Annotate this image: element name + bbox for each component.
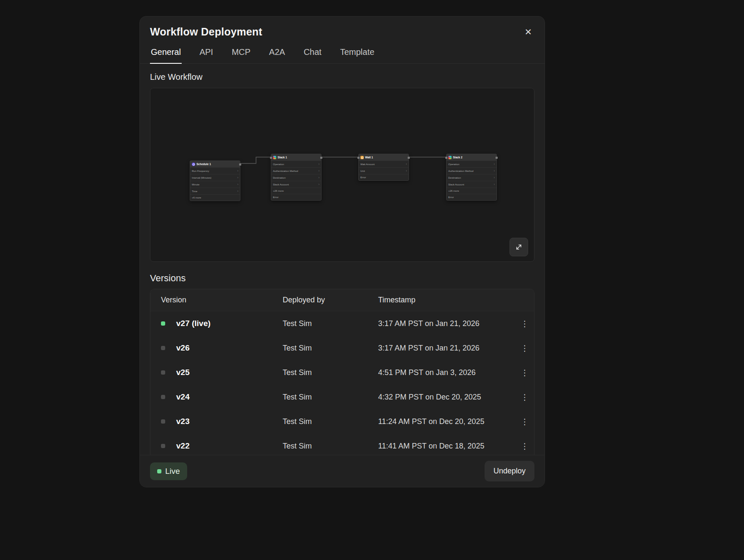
chevron-right-icon: › <box>494 176 495 179</box>
timestamp-cell: 4:51 PM PST on Jan 3, 2026 <box>378 368 515 377</box>
version-cell: v25 <box>176 368 283 377</box>
node-field-label: Authentication Method <box>448 170 474 172</box>
row-menu-icon[interactable]: ⋮ <box>521 418 529 426</box>
version-status-dot <box>161 370 165 375</box>
row-menu-icon[interactable]: ⋮ <box>521 393 529 401</box>
node-field: Run Frequency› <box>190 167 240 174</box>
chevron-right-icon: › <box>319 183 319 186</box>
node-field-label: +26 more <box>448 190 459 192</box>
node-field-label: +6 more <box>192 196 201 199</box>
node-title: Slack 2 <box>453 156 462 159</box>
node-field-label: Run Frequency <box>192 170 209 172</box>
chevron-right-icon: › <box>494 163 495 166</box>
chevron-right-icon: › <box>319 176 319 179</box>
node-field-label: Time <box>192 190 197 193</box>
versions-table: Version Deployed by Timestamp v27 (live)… <box>150 289 534 455</box>
node-field-label: Error <box>273 196 278 198</box>
column-header-timestamp: Timestamp <box>378 296 515 304</box>
workflow-node-slack-2[interactable]: Slack 2 Operation› Authentication Method… <box>446 154 497 201</box>
node-field: Error <box>271 194 321 200</box>
node-header: Slack 1 <box>271 154 321 160</box>
input-port <box>270 157 272 159</box>
node-field: +6 more <box>190 194 240 201</box>
table-row-v27: v27 (live) Test Sim 3:17 AM PST on Jan 2… <box>150 311 534 336</box>
chevron-right-icon: › <box>319 169 319 172</box>
node-field: Destination› <box>271 174 321 181</box>
tab-api[interactable]: API <box>199 42 214 64</box>
deployed-by-cell: Test Sim <box>283 319 378 328</box>
table-row-v26: v26 Test Sim 3:17 AM PST on Jan 21, 2026… <box>150 336 534 360</box>
tab-chat[interactable]: Chat <box>303 42 322 64</box>
workflow-canvas[interactable]: Schedule 1 Run Frequency› Interval (Minu… <box>150 88 534 262</box>
column-header-version: Version <box>161 296 283 304</box>
version-cell: v26 <box>176 343 283 353</box>
deployed-by-cell: Test Sim <box>283 344 378 353</box>
table-row-v24: v24 Test Sim 4:32 PM PST on Dec 20, 2025… <box>150 385 534 409</box>
versions-table-header: Version Deployed by Timestamp <box>150 289 534 311</box>
page-title: Workflow Deployment <box>150 26 262 38</box>
close-icon[interactable]: ✕ <box>523 26 534 38</box>
deployed-by-cell: Test Sim <box>283 442 378 451</box>
node-field-label: Destination <box>273 177 286 179</box>
timestamp-cell: 11:24 AM PST on Dec 20, 2025 <box>378 417 515 426</box>
row-menu-icon[interactable]: ⋮ <box>521 320 529 328</box>
slack-icon <box>448 156 452 159</box>
tab-bar: General API MCP A2A Chat Template <box>140 42 545 64</box>
node-field: Slack Account› <box>271 181 321 188</box>
chevron-right-icon: › <box>237 190 238 193</box>
version-cell: v23 <box>176 417 283 426</box>
undeploy-button[interactable]: Undeploy <box>485 461 534 481</box>
node-field-label: Operation <box>273 163 284 166</box>
workflow-node-schedule-1[interactable]: Schedule 1 Run Frequency› Interval (Minu… <box>190 160 240 201</box>
node-field: +26 more <box>271 188 321 194</box>
node-field: Time› <box>190 188 240 194</box>
status-badge: Live <box>150 462 187 480</box>
node-title: Wait 1 <box>365 156 373 159</box>
row-menu-icon[interactable]: ⋮ <box>521 344 529 352</box>
timestamp-cell: 11:41 AM PST on Dec 18, 2025 <box>378 442 515 451</box>
chevron-right-icon: › <box>237 176 238 179</box>
tab-template[interactable]: Template <box>339 42 375 64</box>
chevron-right-icon: › <box>319 163 319 166</box>
input-port <box>445 157 447 159</box>
node-field: Minute› <box>190 181 240 188</box>
workflow-deployment-modal: Workflow Deployment ✕ General API MCP A2… <box>139 16 545 487</box>
chevron-right-icon: › <box>494 169 495 172</box>
node-header: Slack 2 <box>447 154 496 160</box>
node-field-label: Destination <box>448 177 461 179</box>
table-row-v25: v25 Test Sim 4:51 PM PST on Jan 3, 2026 … <box>150 360 534 385</box>
workflow-node-wait-1[interactable]: Wait 1 Wait Amount› Unit› Error <box>358 154 409 181</box>
modal-content: Live Workflow Schedule 1 Run Frequency› … <box>140 64 545 455</box>
node-field: Operation› <box>447 160 496 167</box>
row-menu-icon[interactable]: ⋮ <box>521 369 529 377</box>
live-status-dot <box>157 469 161 473</box>
node-field: Slack Account› <box>447 181 496 188</box>
output-port <box>408 157 410 159</box>
tab-general[interactable]: General <box>150 42 182 64</box>
tab-a2a[interactable]: A2A <box>268 42 286 64</box>
workflow-node-slack-1[interactable]: Slack 1 Operation› Authentication Method… <box>271 154 322 201</box>
chevron-right-icon: › <box>406 169 407 172</box>
version-cell: v24 <box>176 392 283 402</box>
node-field: Unit› <box>359 167 409 174</box>
node-field: Destination› <box>447 174 496 181</box>
node-field: +26 more <box>447 188 496 194</box>
modal-titlebar: Workflow Deployment ✕ <box>140 16 545 38</box>
live-workflow-heading: Live Workflow <box>150 72 534 82</box>
version-cell: v22 <box>176 441 283 451</box>
chevron-right-icon: › <box>494 183 495 186</box>
version-status-dot <box>161 419 165 424</box>
wait-icon <box>360 156 364 159</box>
node-field-label: Authentication Method <box>273 170 298 172</box>
node-field: Interval (Minutes)› <box>190 174 240 181</box>
deployed-by-cell: Test Sim <box>283 393 378 402</box>
output-port <box>496 157 498 159</box>
row-menu-icon[interactable]: ⋮ <box>521 442 529 450</box>
node-field-label: Interval (Minutes) <box>192 177 211 179</box>
node-field-label: Error <box>360 176 366 179</box>
node-field-label: Minute <box>192 183 199 186</box>
expand-canvas-icon[interactable] <box>510 238 528 256</box>
tab-mcp[interactable]: MCP <box>231 42 251 64</box>
node-field: Error <box>447 194 496 200</box>
version-status-dot <box>161 346 165 350</box>
